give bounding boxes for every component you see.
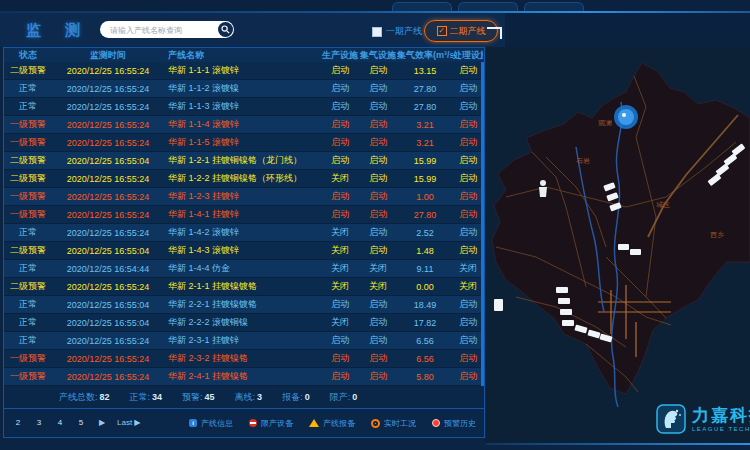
summary-item: 报备:0	[282, 391, 310, 404]
table-row[interactable]: 正常2020/12/25 16:55:24华新 2-3-1 挂镀锌启动启动6.5…	[4, 332, 484, 350]
phase1-checkbox[interactable]: 一期产线	[372, 25, 422, 38]
table-row[interactable]: 一级预警2020/12/25 16:55:24华新 1-2-3 挂镀锌启动启动1…	[4, 188, 484, 206]
cell-time: 2020/12/25 16:55:24	[52, 120, 164, 130]
table-row[interactable]: 正常2020/12/25 16:55:04华新 2-2-2 滚镀铜镍关闭启动17…	[4, 314, 484, 332]
cell-treat: 启动	[453, 352, 483, 365]
warning-history-icon	[432, 419, 440, 427]
cell-line: 华新 1-2-3 挂镀锌	[164, 190, 321, 203]
column-header: 集气效率(m³/s)	[397, 49, 453, 62]
cell-status: 二级预警	[4, 280, 52, 293]
cell-time: 2020/12/25 16:55:24	[52, 66, 164, 76]
limit-equipment-button[interactable]: 限产设备	[249, 418, 293, 429]
last-page-button[interactable]: Last ▶	[117, 417, 141, 429]
cell-time: 2020/12/25 16:55:24	[52, 354, 164, 364]
cell-line: 华新 1-4-4 仿金	[164, 262, 321, 275]
table-row[interactable]: 二级预警2020/12/25 16:55:24华新 2-1-1 挂镀镍镀铬关闭关…	[4, 278, 484, 296]
cell-gas: 启动	[359, 334, 397, 347]
cell-status: 正常	[4, 100, 52, 113]
cell-time: 2020/12/25 16:55:24	[52, 336, 164, 346]
cell-gas: 启动	[359, 316, 397, 329]
cell-treat: 启动	[453, 172, 483, 185]
cell-status: 一级预警	[4, 136, 52, 149]
table-row[interactable]: 一级预警2020/12/25 16:55:24华新 1-1-5 滚镀锌启动启动3…	[4, 134, 484, 152]
cell-gas: 启动	[359, 100, 397, 113]
cell-line: 华新 2-3-1 挂镀锌	[164, 334, 321, 347]
cell-prod: 关闭	[321, 226, 359, 239]
table-row[interactable]: 二级预警2020/12/25 16:55:04华新 1-2-1 挂镀铜镍铬（龙门…	[4, 152, 484, 170]
cell-treat: 启动	[453, 136, 483, 149]
map-label: 西乡	[710, 231, 724, 239]
table-row[interactable]: 一级预警2020/12/25 16:55:24华新 1-4-1 挂镀锌启动启动2…	[4, 206, 484, 224]
cell-gas: 启动	[359, 298, 397, 311]
cell-eff: 18.49	[397, 300, 453, 310]
table-row[interactable]: 二级预警2020/12/25 16:55:24华新 1-1-1 滚镀锌启动启动1…	[4, 62, 484, 80]
cell-prod: 关闭	[321, 316, 359, 329]
alert-location-marker[interactable]	[614, 105, 638, 129]
table-scrollbar[interactable]	[481, 62, 484, 386]
page-button[interactable]: 2	[12, 417, 24, 429]
table-row[interactable]: 正常2020/12/25 16:54:44华新 1-4-4 仿金关闭关闭9.11…	[4, 260, 484, 278]
cell-line: 华新 1-1-5 滚镀锌	[164, 136, 321, 149]
search-box	[100, 21, 234, 38]
cell-eff: 3.21	[397, 120, 453, 130]
cell-eff: 0.00	[397, 282, 453, 292]
next-page-button[interactable]: ▶	[96, 417, 108, 429]
cell-eff: 1.48	[397, 246, 453, 256]
table-row[interactable]: 一级预警2020/12/25 16:55:24华新 1-1-4 滚镀锌启动启动3…	[4, 116, 484, 134]
cell-eff: 27.80	[397, 102, 453, 112]
cell-prod: 启动	[321, 334, 359, 347]
scrollbar-thumb[interactable]	[481, 62, 484, 386]
column-header: 产线名称	[164, 49, 321, 62]
cell-line: 华新 1-1-1 滚镀锌	[164, 64, 321, 77]
cell-prod: 启动	[321, 136, 359, 149]
table-row[interactable]: 二级预警2020/12/25 16:55:24华新 1-2-2 挂镀铜镍铬（环形…	[4, 170, 484, 188]
cell-gas: 启动	[359, 208, 397, 221]
cell-status: 二级预警	[4, 154, 52, 167]
map-label: 城区	[655, 201, 670, 208]
cell-time: 2020/12/25 16:55:04	[52, 318, 164, 328]
table-row[interactable]: 正常2020/12/25 16:55:24华新 1-1-3 滚镀锌启动启动27.…	[4, 98, 484, 116]
cell-line: 华新 1-4-2 滚镀锌	[164, 226, 321, 239]
line-report-icon	[309, 419, 319, 427]
district-map[interactable]: 观澜石岩城区西乡	[486, 47, 750, 445]
table-row[interactable]: 一级预警2020/12/25 16:55:24华新 2-4-1 挂镀镍铬启动启动…	[4, 368, 484, 386]
table-row[interactable]: 正常2020/12/25 16:55:24华新 1-4-2 滚镀锌关闭启动2.5…	[4, 224, 484, 242]
cell-status: 正常	[4, 316, 52, 329]
line-info-icon: i	[189, 419, 197, 427]
cell-status: 正常	[4, 262, 52, 275]
toolbar: 监 测 一期产线 ✓ 二期产线	[0, 13, 750, 47]
page-button[interactable]: 3	[33, 417, 45, 429]
cell-eff: 27.80	[397, 210, 453, 220]
table-row[interactable]: 二级预警2020/12/25 16:55:04华新 1-4-3 滚镀锌关闭启动1…	[4, 242, 484, 260]
cell-prod: 启动	[321, 352, 359, 365]
column-header: 生产设施	[321, 49, 359, 62]
cell-line: 华新 1-4-1 挂镀锌	[164, 208, 321, 221]
pagination: 2345▶Last ▶	[12, 417, 141, 429]
cell-treat: 启动	[453, 82, 483, 95]
cell-eff: 9.11	[397, 264, 453, 274]
logo-en-text: LEAGUE TECH	[692, 426, 750, 432]
warning-history-button[interactable]: 预警历史	[432, 418, 476, 429]
table-row[interactable]: 一级预警2020/12/25 16:55:24华新 2-3-2 挂镀镍铬启动启动…	[4, 350, 484, 368]
cell-status: 一级预警	[4, 190, 52, 203]
cell-time: 2020/12/25 16:55:24	[52, 372, 164, 382]
line-report-button[interactable]: 产线报备	[309, 418, 355, 429]
table-row[interactable]: 正常2020/12/25 16:55:24华新 1-1-2 滚镀镍启动启动27.…	[4, 80, 484, 98]
cell-prod: 启动	[321, 100, 359, 113]
realtime-status-button[interactable]: 实时工况	[371, 418, 416, 429]
page-button[interactable]: 5	[75, 417, 87, 429]
table-row[interactable]: 正常2020/12/25 16:55:04华新 2-2-1 挂镀镍镀铬启动启动1…	[4, 296, 484, 314]
cell-prod: 启动	[321, 370, 359, 383]
search-input[interactable]	[108, 22, 216, 38]
cell-prod: 启动	[321, 64, 359, 77]
search-button[interactable]	[218, 22, 233, 37]
cell-status: 一级预警	[4, 118, 52, 131]
legend-label: 产线报备	[323, 418, 355, 429]
page-button[interactable]: 4	[54, 417, 66, 429]
cell-treat: 启动	[453, 100, 483, 113]
cell-status: 正常	[4, 226, 52, 239]
logo-icon	[656, 404, 686, 434]
line-info-button[interactable]: i产线信息	[189, 418, 233, 429]
cell-treat: 关闭	[453, 280, 483, 293]
cell-eff: 6.56	[397, 354, 453, 364]
